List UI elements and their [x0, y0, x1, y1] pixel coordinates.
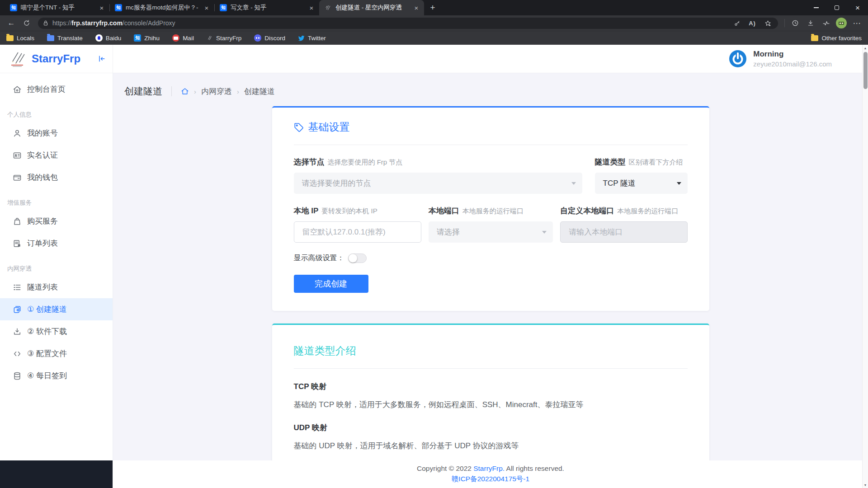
favorites-star-icon[interactable]: [762, 18, 774, 28]
page-footer: Copyright © 2022 StarryFrp. All rights r…: [113, 460, 868, 488]
zhihu-icon: 知: [134, 34, 141, 42]
bookmark-mail[interactable]: Mail: [172, 34, 194, 42]
url-text: https://frp.starryfrp.com/console/AddPro…: [52, 19, 727, 27]
sidebar-item-order-list[interactable]: 订单列表: [0, 232, 113, 254]
profile-avatar[interactable]: [835, 17, 848, 29]
sidebar-item-label: 订单列表: [27, 238, 58, 249]
breadcrumb-item[interactable]: 内网穿透: [201, 86, 232, 97]
sidebar-item-label: 控制台首页: [27, 84, 66, 94]
other-favorites[interactable]: Other favorites: [811, 35, 862, 42]
tab-close-icon[interactable]: ×: [98, 4, 106, 12]
zhihu-favicon: 知: [10, 4, 17, 11]
browser-essentials-icon[interactable]: [819, 17, 833, 29]
browser-tab-2[interactable]: 知 mc服务器motd如何居中？- 知乎 ×: [109, 0, 214, 15]
advanced-settings-toggle[interactable]: [348, 253, 367, 263]
sidebar-item-console-home[interactable]: 控制台首页: [0, 78, 113, 100]
bookmark-discord[interactable]: Discord: [254, 34, 285, 42]
breadcrumb-home-icon[interactable]: [181, 87, 189, 95]
downloads-icon[interactable]: [804, 17, 817, 29]
sidebar-item-buy-service[interactable]: 购买服务: [0, 210, 113, 232]
tunnel-type-desc: 基础的 UDP 映射，适用于域名解析、部分基于 UDP 协议的游戏等: [294, 441, 688, 451]
sidebar-item-tunnel-list[interactable]: 隧道列表: [0, 276, 113, 298]
browser-tab-active[interactable]: 创建隧道 - 星空内网穿透 ×: [319, 0, 424, 15]
basic-settings-card: 基础设置 选择节点选择您要使用的 Frp 节点 请选择要使用的节点 隧道类型区别…: [272, 106, 709, 311]
id-card-icon: [13, 151, 22, 160]
tunnel-type-label: 隧道类型区别请看下方介绍: [595, 157, 688, 167]
tab-title: 喵宁是个TNT - 知乎: [21, 4, 94, 12]
tab-strip: 知 喵宁是个TNT - 知乎 × 知 mc服务器motd如何居中？- 知乎 × …: [0, 0, 439, 15]
icp-link[interactable]: 赣ICP备2022004175号-1: [452, 475, 529, 483]
home-icon: [13, 85, 22, 94]
sidebar-item-label: ④ 每日签到: [27, 371, 67, 381]
refresh-icon[interactable]: [20, 17, 33, 29]
node-select[interactable]: 请选择要使用的节点: [294, 173, 582, 194]
console-content: 创建隧道 › 内网穿透 › 创建隧道 基础设置: [113, 73, 868, 460]
tab-close-icon[interactable]: ×: [203, 4, 211, 12]
sidebar-item-config-file[interactable]: ③ 配置文件: [0, 343, 113, 365]
bookmark-zhihu[interactable]: 知Zhihu: [134, 34, 160, 42]
bookmark-translate[interactable]: Translate: [47, 35, 83, 42]
back-icon[interactable]: ←: [5, 17, 18, 29]
brand-name: StarryFrp: [32, 52, 97, 65]
page-scrollbar[interactable]: ▲ ▼: [862, 45, 868, 488]
sidebar-item-label: 实名认证: [27, 150, 58, 160]
starryfrp-link[interactable]: StarryFrp.: [473, 465, 505, 472]
database-icon: [13, 371, 22, 380]
new-tab-button[interactable]: +: [426, 0, 439, 15]
tab-close-icon[interactable]: ×: [412, 4, 420, 12]
sidebar-item-label: 我的账号: [27, 128, 58, 138]
password-key-icon[interactable]: [731, 18, 743, 28]
browser-titlebar: 知 喵宁是个TNT - 知乎 × 知 mc服务器motd如何居中？- 知乎 × …: [0, 0, 868, 15]
sidebar-item-wallet[interactable]: 我的钱包: [0, 166, 113, 188]
sidebar-item-label: 购买服务: [27, 216, 58, 226]
lock-icon: [42, 20, 49, 26]
collapse-sidebar-icon[interactable]: [97, 54, 106, 63]
minimize-button[interactable]: [806, 0, 826, 15]
browser-tab-1[interactable]: 知 喵宁是个TNT - 知乎 ×: [5, 0, 109, 15]
custom-port-input[interactable]: [560, 221, 687, 243]
read-aloud-icon[interactable]: A): [746, 18, 758, 28]
sidebar-item-daily-checkin[interactable]: ④ 每日签到: [0, 365, 113, 387]
sidebar-item-software-download[interactable]: ② 软件下载: [0, 320, 113, 343]
scroll-down-icon[interactable]: ▼: [864, 482, 867, 488]
tunnel-type-select[interactable]: TCP 隧道: [595, 173, 688, 194]
tunnel-type-name: TCP 映射: [294, 381, 688, 392]
tab-title: 创建隧道 - 星空内网穿透: [335, 4, 409, 12]
close-button[interactable]: ×: [847, 0, 868, 15]
local-port-select[interactable]: 请选择: [429, 221, 553, 243]
sidebar-group-personal: 个人信息: [0, 108, 113, 122]
scrollbar-thumb[interactable]: [863, 52, 868, 89]
history-icon[interactable]: [788, 17, 802, 29]
local-ip-input[interactable]: [294, 221, 421, 243]
greeting-text: Morning: [753, 50, 832, 59]
user-avatar[interactable]: [729, 50, 747, 68]
bookmark-baidu[interactable]: Baidu: [95, 34, 122, 42]
toolbar-divider: [784, 19, 785, 27]
bookmark-starryfrp[interactable]: StarryFrp: [207, 35, 241, 42]
browser-tab-3[interactable]: 知 写文章 - 知乎 ×: [214, 0, 319, 15]
starryfrp-favicon: [325, 4, 332, 11]
tunnel-type-name: UDP 映射: [294, 422, 688, 433]
chevron-down-icon: [542, 231, 547, 234]
local-port-label: 本地端口本地服务的运行端口: [429, 206, 553, 216]
node-select-label: 选择节点选择您要使用的 Frp 节点: [294, 157, 582, 167]
bookmarks-bar: Locals Translate Baidu 知Zhihu Mail Starr…: [0, 31, 868, 45]
twitter-icon: [298, 35, 305, 42]
discord-icon: [254, 34, 261, 42]
zhihu-favicon: 知: [115, 4, 122, 11]
sidebar-item-my-account[interactable]: 我的账号: [0, 122, 113, 144]
create-tunnel-submit-button[interactable]: 完成创建: [294, 275, 368, 293]
scroll-up-icon[interactable]: ▲: [864, 45, 867, 51]
sidebar-item-label: 我的钱包: [27, 172, 58, 183]
sidebar-item-verification[interactable]: 实名认证: [0, 144, 113, 166]
bookmark-locals[interactable]: Locals: [6, 35, 34, 42]
sidebar-item-create-tunnel[interactable]: ① 创建隧道: [0, 298, 113, 320]
maximize-button[interactable]: [826, 0, 847, 15]
chevron-right-icon: ›: [237, 88, 239, 95]
sidebar-item-label: ③ 配置文件: [27, 348, 67, 359]
bookmark-twitter[interactable]: Twitter: [298, 35, 326, 42]
sidebar-footer-block: [0, 460, 113, 488]
address-bar[interactable]: https://frp.starryfrp.com/console/AddPro…: [38, 18, 778, 29]
tab-close-icon[interactable]: ×: [307, 4, 316, 12]
settings-more-icon[interactable]: ⋯: [850, 17, 863, 29]
